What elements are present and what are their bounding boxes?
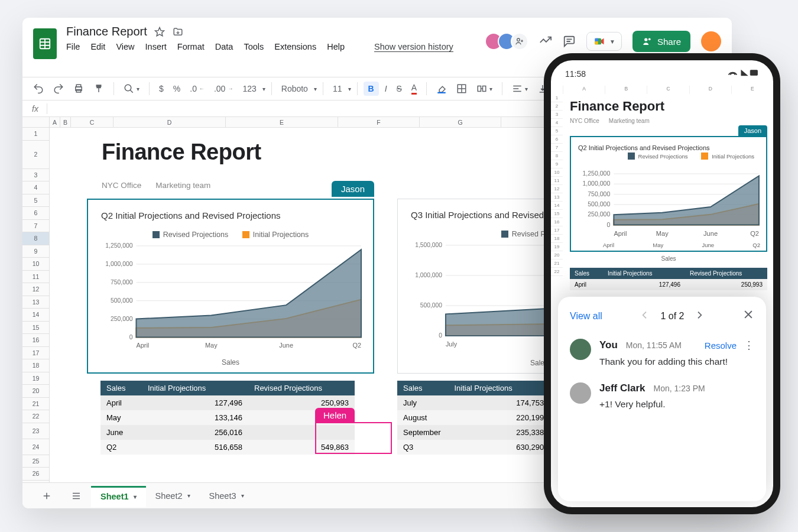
presence-avatars[interactable]	[489, 33, 528, 50]
row-header[interactable]: 24	[22, 439, 50, 455]
close-icon[interactable]	[742, 309, 754, 323]
menu-file[interactable]: File	[66, 42, 80, 52]
td[interactable]: 235,338	[448, 425, 550, 440]
row-header[interactable]: 18	[22, 359, 50, 372]
account-avatar[interactable]	[701, 31, 721, 51]
next-comment-icon[interactable]	[695, 310, 704, 322]
currency-button[interactable]: $	[155, 82, 167, 96]
td[interactable]: June	[100, 425, 142, 440]
row-header[interactable]: 12	[22, 283, 50, 296]
sheet-tab[interactable]: Sheet1▾	[91, 484, 146, 507]
row-header[interactable]: 13	[22, 296, 50, 309]
row-header[interactable]: 14	[22, 309, 50, 322]
borders-icon[interactable]	[453, 81, 471, 96]
text-color-button[interactable]: A	[408, 80, 420, 97]
col-header[interactable]: F	[338, 117, 420, 128]
col-header[interactable]: G	[420, 117, 501, 128]
meet-button[interactable]: ▼	[586, 32, 622, 51]
td[interactable]: 220,199	[448, 410, 550, 425]
bold-button[interactable]: B	[364, 82, 379, 96]
sheet-tab[interactable]: Sheet3▾	[200, 485, 254, 507]
row-header[interactable]: 5	[22, 194, 50, 207]
row-header[interactable]: 11	[22, 271, 50, 284]
star-icon[interactable]	[154, 27, 165, 37]
row-header[interactable]: 17	[22, 347, 50, 360]
td[interactable]: August	[397, 410, 448, 425]
td[interactable]: 250,993	[685, 279, 767, 290]
row-header[interactable]: 25	[22, 455, 50, 468]
td[interactable]: May	[100, 410, 142, 425]
row-header[interactable]: 16	[22, 334, 50, 347]
col-header[interactable]: C	[71, 117, 113, 128]
print-icon[interactable]	[70, 81, 87, 96]
row-header[interactable]: 1	[22, 128, 50, 141]
select-all-cell[interactable]	[22, 117, 50, 128]
font-selector[interactable]: Roboto	[278, 82, 312, 96]
td[interactable]: Q2	[100, 440, 142, 455]
doc-title[interactable]: Finance Report	[66, 25, 147, 38]
avatar-more-icon[interactable]	[511, 33, 528, 50]
increase-decimal-icon[interactable]: .00→	[210, 82, 236, 96]
td[interactable]: 630,290	[448, 440, 550, 455]
menu-format[interactable]: Format	[177, 42, 205, 52]
add-sheet-icon[interactable]	[32, 485, 61, 507]
row-header[interactable]: 22	[22, 410, 50, 423]
row-header[interactable]: 10	[22, 258, 50, 271]
row-header[interactable]: 7	[22, 220, 50, 233]
row-header[interactable]: 19	[22, 372, 50, 385]
paint-format-icon[interactable]	[90, 81, 108, 96]
row-header[interactable]: 9	[22, 245, 50, 258]
td[interactable]: September	[397, 425, 448, 440]
prev-comment-icon[interactable]	[640, 310, 650, 322]
menu-extensions[interactable]: Extensions	[274, 42, 316, 52]
row-header[interactable]: 26	[22, 468, 50, 481]
menu-insert[interactable]: Insert	[145, 42, 167, 52]
row-header[interactable]: 2	[22, 141, 50, 169]
menu-help[interactable]: Help	[327, 42, 345, 52]
col-header[interactable]: D	[113, 117, 226, 128]
menu-edit[interactable]: Edit	[90, 42, 105, 52]
menu-view[interactable]: View	[116, 42, 134, 52]
row-header[interactable]: 23	[22, 423, 50, 439]
row-header[interactable]: 6	[22, 207, 50, 220]
row-header[interactable]: 4	[22, 181, 50, 194]
td[interactable]: Q3	[397, 440, 448, 455]
sheet-tab[interactable]: Sheet2▾	[146, 485, 200, 507]
italic-button[interactable]: I	[381, 82, 391, 96]
phone-table[interactable]: SalesInitial ProjectionsRevised Projecti…	[570, 268, 767, 290]
td[interactable]: 133,146	[142, 410, 248, 425]
td[interactable]: 516,658	[142, 440, 248, 455]
redo-icon[interactable]	[50, 81, 67, 96]
col-header[interactable]: B	[60, 117, 71, 128]
row-header[interactable]: 21	[22, 398, 50, 411]
td[interactable]: 127,496	[603, 279, 685, 290]
h-align-icon[interactable]: ▾	[508, 81, 531, 96]
chart-q2[interactable]: Jason Q2 Initial Projections and Revised…	[87, 199, 374, 374]
merge-cells-icon[interactable]: ▾	[473, 81, 496, 96]
decrease-decimal-icon[interactable]: .0←	[186, 82, 208, 96]
phone-chart[interactable]: Jason Q2 Initial Projections and Revised…	[570, 136, 767, 252]
all-sheets-icon[interactable]	[61, 485, 91, 507]
undo-icon[interactable]	[30, 81, 47, 96]
font-size-selector[interactable]: 11	[329, 82, 346, 96]
version-history-link[interactable]: Show version history	[374, 42, 453, 52]
menu-tools[interactable]: Tools	[244, 42, 264, 52]
menu-data[interactable]: Data	[215, 42, 233, 52]
more-icon[interactable]: ⋮	[744, 339, 754, 352]
zoom-icon[interactable]: ▾	[120, 81, 143, 96]
move-folder-icon[interactable]	[172, 27, 184, 37]
format-123-button[interactable]: 123	[239, 82, 259, 96]
col-header[interactable]: A	[50, 117, 60, 128]
resolve-button[interactable]: Resolve	[705, 340, 737, 351]
sheet-title-cell[interactable]: Finance Report	[102, 140, 261, 165]
row-header[interactable]: 3	[22, 169, 50, 182]
td[interactable]: 127,496	[142, 395, 248, 410]
share-button[interactable]: Share	[632, 31, 690, 52]
td[interactable]: 174,753	[448, 395, 550, 410]
percent-button[interactable]: %	[170, 82, 184, 96]
td[interactable]: 256,016	[142, 425, 248, 440]
col-header[interactable]: E	[226, 117, 338, 128]
strikethrough-button[interactable]: S	[393, 82, 406, 96]
row-header[interactable]: 15	[22, 322, 50, 335]
row-header[interactable]: 8	[22, 232, 50, 245]
